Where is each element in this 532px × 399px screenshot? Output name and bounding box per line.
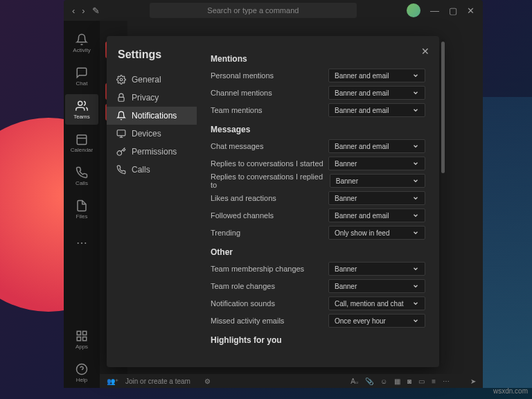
close-icon[interactable]: ✕ [421, 46, 429, 57]
label-team-mentions: Team mentions [211, 106, 263, 114]
bottom-bar: 👥⁺ Join or create a team ⚙ Aᵤ 📎 ☺ ▦ ◙ ▭ … [100, 374, 483, 388]
rail-chat[interactable]: Chat [65, 61, 98, 91]
settings-nav: Settings General Privacy Notifications D… [107, 36, 197, 367]
label-channel-mentions: Channel mentions [211, 89, 272, 97]
settings-modal: ✕ Settings General Privacy Notifications… [107, 36, 439, 367]
nav-calls[interactable]: Calls [107, 161, 197, 179]
join-team-icon[interactable]: 👥⁺ [107, 378, 118, 385]
section-mentions: Mentions [211, 54, 425, 64]
nav-general[interactable]: General [107, 71, 197, 89]
label-missed: Missed activity emails [211, 317, 284, 325]
nav-devices[interactable]: Devices [107, 125, 197, 143]
emoji-icon[interactable]: ☺ [380, 378, 387, 385]
chevron-down-icon [412, 177, 419, 184]
chevron-down-icon [412, 160, 419, 167]
chevron-down-icon [412, 143, 419, 150]
back-button[interactable]: ‹ [72, 6, 75, 16]
scrollbar-thumb[interactable] [441, 42, 445, 173]
titlebar: ‹ › ✎ Search or type a command — ▢ ✕ [64, 0, 483, 21]
chevron-down-icon [412, 195, 419, 202]
label-likes: Likes and reactions [211, 194, 276, 202]
send-icon[interactable]: ➤ [470, 378, 476, 385]
svg-rect-5 [83, 337, 87, 340]
svg-rect-4 [83, 331, 87, 335]
nav-privacy[interactable]: Privacy [107, 89, 197, 107]
dropdown-role[interactable]: Banner [328, 279, 425, 293]
settings-title: Settings [107, 48, 197, 71]
dropdown-team-mentions[interactable]: Banner and email [328, 103, 425, 117]
nav-permissions[interactable]: Permissions [107, 143, 197, 161]
minimize-button[interactable]: — [430, 6, 439, 16]
chevron-down-icon [412, 265, 419, 272]
format-icon[interactable]: Aᵤ [351, 378, 358, 385]
svg-point-8 [120, 78, 123, 81]
dropdown-channel-mentions[interactable]: Banner and email [328, 86, 425, 100]
dropdown-replies-started[interactable]: Banner [328, 157, 425, 170]
phone-icon [116, 165, 126, 175]
svg-point-0 [78, 101, 82, 105]
rail-files[interactable]: Files [65, 194, 98, 224]
chevron-down-icon [412, 300, 419, 307]
dropdown-chat-messages[interactable]: Banner and email [328, 139, 425, 153]
dropdown-trending[interactable]: Only show in feed [328, 226, 425, 240]
chevron-down-icon [412, 212, 419, 219]
section-messages: Messages [211, 125, 425, 134]
dropdown-personal-mentions[interactable]: Banner and email [328, 69, 425, 82]
key-icon [116, 147, 126, 157]
chevron-down-icon [412, 72, 419, 79]
rail-teams[interactable]: Teams [65, 94, 98, 125]
bell-icon [116, 111, 126, 121]
svg-rect-10 [117, 130, 125, 136]
svg-rect-6 [77, 337, 80, 340]
dropdown-sounds[interactable]: Call, mention and chat [328, 296, 425, 310]
rail-calendar[interactable]: Calendar [65, 127, 98, 158]
left-rail: Activity Chat Teams Calendar Calls Files… [64, 21, 100, 388]
sticker-icon[interactable]: ◙ [407, 378, 411, 385]
section-highlights: Highlights for you [211, 335, 425, 345]
lock-icon [116, 93, 126, 103]
settings-gear-icon[interactable]: ⚙ [204, 378, 211, 385]
watermark: wsxdn.com [493, 387, 528, 395]
svg-rect-9 [118, 97, 124, 101]
label-role: Team role changes [211, 282, 275, 290]
section-other: Other [211, 247, 425, 257]
search-input[interactable]: Search or type a command [150, 3, 357, 18]
svg-rect-1 [77, 135, 87, 145]
avatar[interactable] [407, 3, 420, 17]
dropdown-missed[interactable]: Once every hour [328, 314, 425, 328]
dropdown-likes[interactable]: Banner [328, 191, 425, 205]
dropdown-replies-replied[interactable]: Banner [330, 174, 425, 188]
maximize-button[interactable]: ▢ [449, 6, 457, 16]
label-membership: Team membership changes [211, 265, 304, 273]
label-replies-started: Replies to conversations I started [211, 159, 323, 168]
gif-icon[interactable]: ▦ [394, 378, 400, 385]
svg-rect-3 [77, 331, 80, 335]
chevron-down-icon [412, 317, 419, 324]
settings-content: Mentions Personal mentionsBanner and ema… [197, 36, 439, 367]
rail-more[interactable]: ⋯ [65, 227, 98, 258]
chevron-down-icon [412, 89, 419, 96]
chevron-down-icon [412, 107, 419, 114]
label-followed: Followed channels [211, 211, 274, 220]
dropdown-membership[interactable]: Banner [328, 262, 425, 276]
join-team-link[interactable]: Join or create a team [125, 378, 190, 385]
more-icon[interactable]: ⋯ [443, 378, 450, 385]
label-trending: Trending [211, 229, 240, 237]
meet-icon[interactable]: ▭ [418, 378, 425, 385]
rail-apps[interactable]: Apps [65, 324, 98, 355]
forward-button[interactable]: › [82, 6, 85, 16]
scrollbar[interactable] [441, 39, 445, 364]
rail-help[interactable]: Help [65, 357, 98, 388]
stream-icon[interactable]: ≡ [432, 378, 436, 385]
new-note-button[interactable]: ✎ [92, 6, 100, 16]
label-chat-messages: Chat messages [211, 142, 263, 150]
rail-calls[interactable]: Calls [65, 161, 98, 191]
gear-icon [116, 75, 126, 85]
attach-icon[interactable]: 📎 [365, 378, 373, 385]
rail-activity[interactable]: Activity [65, 28, 98, 58]
label-personal-mentions: Personal mentions [211, 71, 274, 80]
dropdown-followed[interactable]: Banner and email [328, 209, 425, 222]
monitor-icon [116, 129, 126, 139]
close-window-button[interactable]: ✕ [467, 6, 475, 16]
nav-notifications[interactable]: Notifications [107, 107, 197, 125]
